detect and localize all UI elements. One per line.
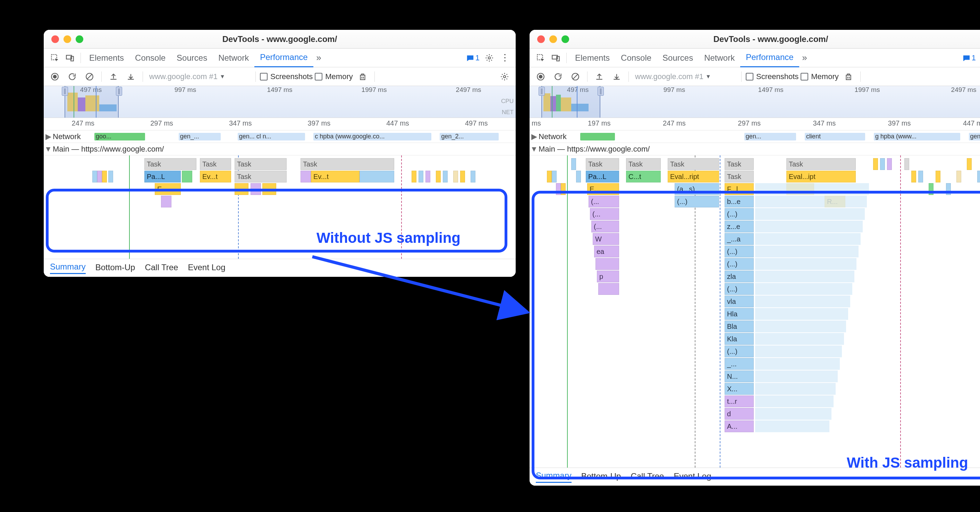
download-icon[interactable]: [609, 69, 624, 84]
gear-icon[interactable]: [482, 50, 497, 65]
flame-block[interactable]: [755, 308, 848, 320]
chevron-right-icon[interactable]: ▶: [44, 132, 53, 141]
flame-block[interactable]: [182, 171, 192, 183]
flame-block[interactable]: [755, 333, 844, 345]
flame-block[interactable]: W: [593, 233, 619, 245]
flame-chart[interactable]: TaskPa...LE...(...(...(...WeapTaskC...tT…: [530, 156, 980, 467]
net-block[interactable]: gen... cl n...: [238, 133, 305, 140]
inspect-icon[interactable]: [47, 50, 62, 65]
network-track[interactable]: ▶ Network goo... gen_... gen... cl n... …: [44, 130, 516, 143]
net-block[interactable]: goo...: [94, 133, 145, 140]
tab-summary[interactable]: Summary: [50, 262, 86, 274]
flame-block[interactable]: [977, 171, 980, 183]
screenshots-checkbox[interactable]: Screenshots: [746, 72, 799, 81]
flame-block[interactable]: Task: [586, 158, 619, 170]
time-ruler[interactable]: 247 ms 297 ms 347 ms 397 ms 447 ms 497 m…: [44, 118, 516, 130]
main-track-header[interactable]: ▼ Main — https://www.google.com/: [44, 143, 516, 156]
overview-handle-left[interactable]: ║: [539, 87, 545, 96]
flame-block[interactable]: (...: [589, 196, 619, 207]
tab-event-log[interactable]: Event Log: [188, 262, 225, 274]
flame-block[interactable]: F...l: [725, 183, 754, 195]
flame-block[interactable]: (...: [591, 221, 619, 232]
net-block[interactable]: c hpba (www.google.co...: [313, 133, 431, 140]
flame-block[interactable]: [755, 358, 840, 370]
flame-block[interactable]: Task: [235, 171, 286, 183]
net-block[interactable]: gen_...: [179, 133, 221, 140]
net-block[interactable]: g hpba (www...: [874, 133, 960, 140]
flame-block[interactable]: (a...s): [675, 183, 719, 195]
flame-block[interactable]: [108, 171, 113, 183]
flame-block[interactable]: (...): [725, 208, 754, 220]
flame-block[interactable]: [471, 171, 476, 183]
flame-block[interactable]: Eval...ipt: [786, 171, 856, 183]
flame-block[interactable]: [360, 171, 394, 183]
clear-icon[interactable]: [568, 69, 583, 84]
flame-block[interactable]: Pa...L: [144, 171, 181, 183]
issues-badge[interactable]: 1: [464, 53, 482, 63]
memory-checkbox[interactable]: Memory: [800, 72, 838, 81]
close-icon[interactable]: [51, 35, 59, 43]
overview-handle-left[interactable]: ║: [62, 87, 68, 96]
flame-block[interactable]: [262, 183, 276, 195]
tab-bottom-up[interactable]: Bottom-Up: [95, 262, 135, 274]
flame-block[interactable]: [755, 283, 852, 295]
flame-block[interactable]: [935, 171, 940, 183]
tab-event-log[interactable]: Event Log: [674, 471, 711, 482]
flame-block[interactable]: [755, 296, 850, 307]
net-block[interactable]: gen_2...: [440, 133, 499, 140]
flame-block[interactable]: E...: [155, 183, 181, 195]
flame-block[interactable]: d: [725, 408, 754, 420]
flame-block[interactable]: [561, 183, 566, 195]
inspect-icon[interactable]: [533, 50, 548, 65]
flame-block[interactable]: [755, 246, 859, 258]
flame-block[interactable]: (...): [725, 246, 754, 258]
flame-block[interactable]: A...: [725, 420, 754, 432]
flame-block[interactable]: [755, 321, 846, 332]
net-block[interactable]: client: [805, 133, 865, 140]
flame-block[interactable]: X...: [725, 383, 754, 395]
tab-network[interactable]: Network: [698, 49, 740, 67]
reload-icon[interactable]: [550, 69, 566, 84]
memory-checkbox[interactable]: Memory: [315, 72, 353, 81]
capture-settings-icon[interactable]: [497, 69, 512, 84]
flame-block[interactable]: Ev...t: [200, 171, 231, 183]
flame-block[interactable]: [887, 158, 892, 170]
flame-block[interactable]: (...): [725, 258, 754, 270]
tab-console[interactable]: Console: [129, 49, 171, 67]
flame-block[interactable]: (...: [590, 208, 619, 220]
zoom-icon[interactable]: [76, 35, 83, 43]
flame-block[interactable]: _...a: [725, 233, 754, 245]
flame-block[interactable]: [755, 345, 842, 357]
flame-block[interactable]: [755, 408, 832, 420]
flame-block[interactable]: [97, 171, 102, 183]
flame-block[interactable]: [425, 171, 430, 183]
flame-block[interactable]: [755, 383, 836, 395]
tab-call-tree[interactable]: Call Tree: [630, 471, 664, 482]
flame-block[interactable]: Bla: [725, 321, 754, 332]
flame-block[interactable]: [571, 158, 576, 170]
net-block[interactable]: [580, 133, 615, 140]
tab-elements[interactable]: Elements: [570, 49, 615, 67]
flame-block[interactable]: Task: [725, 171, 754, 183]
flame-block[interactable]: [755, 221, 863, 232]
flame-block[interactable]: Pa...L: [586, 171, 619, 183]
tab-summary[interactable]: Summary: [536, 471, 571, 483]
flame-block[interactable]: _...: [725, 358, 754, 370]
record-icon[interactable]: [533, 69, 548, 84]
flame-block[interactable]: [755, 258, 856, 270]
upload-icon[interactable]: [106, 69, 121, 84]
flame-block[interactable]: [880, 158, 885, 170]
flame-chart[interactable]: TaskTaskTaskTaskPa...LEv...tTaskEv...tE.…: [44, 156, 516, 259]
flame-block[interactable]: [102, 171, 107, 183]
net-block[interactable]: gen...: [969, 133, 980, 140]
flame-block[interactable]: Task: [200, 158, 231, 170]
gear-icon[interactable]: [978, 50, 980, 65]
more-tabs-icon[interactable]: »: [313, 52, 325, 63]
flame-block[interactable]: [161, 196, 172, 207]
overview-handle-right[interactable]: ║: [116, 87, 122, 96]
network-track[interactable]: ▶ Network gen... client g hpba (www... g…: [530, 130, 980, 143]
flame-block[interactable]: [929, 183, 934, 195]
flame-block[interactable]: [251, 183, 261, 195]
flame-block[interactable]: [967, 158, 972, 170]
flame-block[interactable]: Kla: [725, 333, 754, 345]
